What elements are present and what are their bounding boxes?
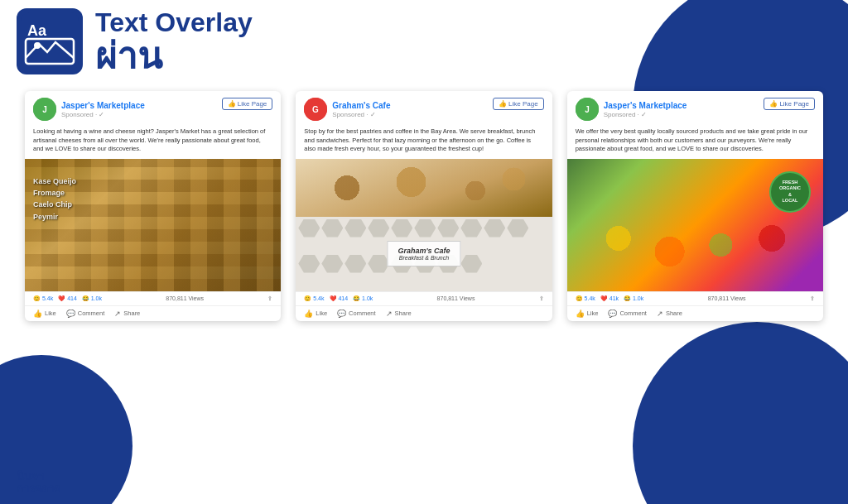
card1-header: J Jasper's Marketplace Sponsored · ✓ 👍 L… — [25, 91, 281, 127]
card3-like-label: Like — [587, 310, 599, 317]
card3-profile-info: Jasper's Marketplace Sponsored · ✓ — [604, 101, 687, 118]
card2-like-action[interactable]: 👍 Like — [304, 310, 327, 318]
svg-rect-0 — [21, 12, 79, 70]
fb-card-3: J Jasper's Marketplace Sponsored · ✓ 👍 L… — [567, 91, 823, 321]
card3-comment-label: Comment — [619, 310, 647, 317]
card2-name: Graham's Cafe — [332, 101, 390, 111]
bottom-brand: นินจา การตลาด — [17, 470, 60, 496]
card3-stat-3: 😂 1.0k — [624, 295, 643, 302]
app-icon: Aa — [17, 8, 83, 74]
card3-name: Jasper's Marketplace — [604, 101, 687, 111]
card1-actions: 👍 Like 💬 Comment ↗ Share — [25, 306, 281, 321]
card3-stat-1: 😊 5.4k — [576, 295, 595, 302]
card2-body: Stop by for the best pastries and coffee… — [296, 127, 552, 159]
card2-share-action[interactable]: ↗ Share — [386, 310, 412, 318]
hex-7 — [437, 219, 459, 238]
card1-body: Looking at having a wine and cheese nigh… — [25, 127, 281, 159]
card1-image: Kase QueijoFromageCaelo ChipPeymir — [25, 159, 281, 291]
card3-share-label: Share — [666, 310, 682, 317]
card3-like-btn[interactable]: 👍 Like Page — [764, 98, 815, 110]
card1-stats: 😊 5.4k ❤️ 414 😂 1.0k 870,811 Views ⇪ — [25, 291, 281, 306]
card2-stat-1: 😊 5.4k — [304, 295, 324, 302]
organic-badge: FRESHORGANIC&LOCAL — [769, 171, 811, 213]
hex-3 — [344, 219, 366, 238]
card2-header: G Graham's Cafe Sponsored · ✓ 👍 Like Pag… — [296, 91, 552, 127]
card3-like-icon: 👍 — [576, 310, 585, 318]
cafe-tagline: Breakfast & Brunch — [398, 255, 450, 261]
card2-share-label: Share — [395, 310, 412, 317]
card2-stat-2: ❤️ 414 — [330, 295, 349, 302]
card3-actions: 👍 Like 💬 Comment ↗ Share — [567, 306, 823, 321]
card3-stat-2: ❤️ 41k — [600, 295, 619, 302]
header-icon-svg: Aa — [21, 12, 79, 70]
fb-card-1: J Jasper's Marketplace Sponsored · ✓ 👍 L… — [25, 91, 281, 321]
card2-stats-left: 😊 5.4k ❤️ 414 😂 1.0k — [304, 295, 373, 302]
card2-actions: 👍 Like 💬 Comment ↗ Share — [296, 306, 552, 321]
share-icon: ↗ — [114, 310, 121, 318]
header-title: Text Overlay — [95, 8, 253, 37]
card1-stat-1: 😊 5.4k — [33, 295, 53, 302]
card3-avatar: J — [576, 98, 599, 121]
hex-1 — [298, 219, 320, 238]
card1-stat-2: ❤️ 414 — [58, 295, 77, 302]
cafe-logo: Graham's Cafe Breakfast & Brunch — [387, 241, 460, 266]
card3-header: J Jasper's Marketplace Sponsored · ✓ 👍 L… — [567, 91, 823, 127]
card1-avatar: J — [33, 98, 56, 121]
hex-9 — [484, 219, 505, 238]
like-icon: 👍 — [33, 310, 42, 318]
hex-18 — [460, 255, 482, 273]
hex-6 — [414, 219, 436, 238]
card3-share-icon: ⇪ — [810, 295, 815, 302]
card3-like-action[interactable]: 👍 Like — [576, 310, 599, 318]
hex-10 — [507, 219, 528, 238]
hex-8 — [460, 219, 482, 238]
card3-share-icon-btn: ↗ — [657, 310, 663, 318]
hex-12 — [321, 255, 343, 273]
cafe-name: Graham's Cafe — [398, 247, 450, 255]
card2-pastry — [296, 159, 552, 217]
brand-line1: นินจา — [17, 470, 60, 483]
card3-comment-action[interactable]: 💬 Comment — [608, 310, 647, 318]
card2-views: 870,811 Views — [437, 295, 475, 302]
card2-hex-floor: Graham's Cafe Breakfast & Brunch — [296, 217, 552, 291]
card3-stats: 😊 5.4k ❤️ 41k 😂 1.0k 870,811 Views ⇪ — [567, 291, 823, 306]
card2-comment-icon: 💬 — [337, 310, 346, 318]
card3-comment-icon: 💬 — [608, 310, 617, 318]
hex-2 — [321, 219, 343, 238]
hex-5 — [391, 219, 412, 238]
card1-image-text: Kase QueijoFromageCaelo ChipPeymir — [33, 175, 76, 223]
card2-stats: 😊 5.4k ❤️ 414 😂 1.0k 870,811 Views ⇪ — [296, 291, 552, 306]
card1-stats-left: 😊 5.4k ❤️ 414 😂 1.0k — [33, 295, 102, 302]
header-subtitle: ผ่าน — [95, 38, 253, 74]
card1-like-label: Like — [45, 310, 56, 317]
card1-stat-3: 😂 1.0k — [82, 295, 102, 302]
card2-comment-action[interactable]: 💬 Comment — [337, 310, 376, 318]
svg-text:J: J — [585, 105, 590, 114]
card1-share-action[interactable]: ↗ Share — [114, 310, 140, 318]
card3-sponsored: Sponsored · ✓ — [604, 111, 687, 118]
card1-like-action[interactable]: 👍 Like — [33, 310, 56, 318]
card1-like-btn[interactable]: 👍 Like Page — [222, 98, 273, 110]
comment-icon: 💬 — [66, 310, 75, 318]
card2-profile: G Graham's Cafe Sponsored · ✓ — [304, 98, 390, 121]
card2-like-icon: 👍 — [304, 310, 313, 318]
card3-views: 870,811 Views — [708, 295, 746, 302]
card2-comment-label: Comment — [349, 310, 376, 317]
card1-comment-action[interactable]: 💬 Comment — [66, 310, 105, 318]
card1-sponsored: Sponsored · ✓ — [61, 111, 145, 118]
hex-4 — [368, 219, 389, 238]
card1-share-label: Share — [123, 310, 140, 317]
hex-11 — [298, 255, 320, 273]
card1-comment-label: Comment — [78, 310, 105, 317]
card3-image: FRESHORGANIC&LOCAL — [567, 159, 823, 291]
card3-share-action[interactable]: ↗ Share — [657, 310, 682, 318]
svg-text:G: G — [312, 105, 319, 114]
card2-sponsored: Sponsored · ✓ — [332, 111, 390, 118]
card2-like-btn[interactable]: 👍 Like Page — [493, 98, 544, 110]
cards-container: J Jasper's Marketplace Sponsored · ✓ 👍 L… — [25, 91, 823, 463]
card1-views: 870,811 Views — [166, 295, 204, 302]
card1-name: Jasper's Marketplace — [61, 101, 145, 111]
card1-profile: J Jasper's Marketplace Sponsored · ✓ — [33, 98, 145, 121]
svg-text:J: J — [42, 105, 47, 114]
card2-stat-3: 😂 1.0k — [353, 295, 373, 302]
